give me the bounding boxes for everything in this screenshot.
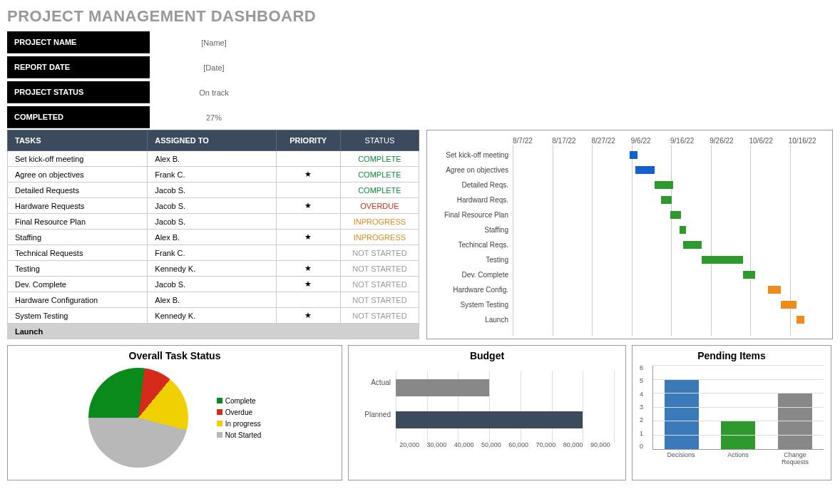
budget-chart: Budget 20,00030,00040,00050,00060,00070,… — [348, 345, 626, 480]
gantt-bar — [630, 151, 637, 159]
axis-tick: 4 — [640, 391, 643, 398]
gantt-bar — [702, 256, 742, 264]
tasks-table: TASKS ASSIGNED TO PRIORITY STATUS Set ki… — [7, 130, 419, 339]
gantt-bar — [670, 211, 681, 219]
axis-tick: 60,000 — [505, 441, 532, 448]
task-priority: ★ — [276, 277, 340, 292]
pending-items-chart: Pending Items 0123456 DecisionsActionsCh… — [632, 345, 831, 480]
task-status: INPROGRESS — [340, 230, 419, 245]
axis-label: Change Requests — [774, 451, 816, 466]
gantt-bar — [768, 286, 781, 294]
task-assigned: Jacob S. — [148, 277, 276, 292]
legend-swatch — [217, 398, 222, 403]
gantt-bar — [655, 181, 674, 189]
gantt-row: Launch — [427, 312, 828, 327]
th-assigned: ASSIGNED TO — [148, 130, 276, 151]
gantt-label: System Testing — [427, 301, 513, 309]
task-status: COMPLETE — [340, 182, 419, 198]
gantt-label: Set kick-off meeting — [427, 151, 513, 159]
gantt-row: Agree on objectives — [427, 163, 828, 178]
gantt-tick: 8/17/22 — [552, 137, 591, 145]
info-value: On track — [150, 88, 278, 97]
task-name: Agree on objectives — [8, 167, 148, 182]
gantt-row: Detailed Reqs. — [427, 178, 828, 192]
task-priority — [276, 245, 340, 261]
gantt-bar — [683, 241, 702, 249]
gantt-label: Detailed Reqs. — [427, 181, 513, 189]
legend-item: Overdue — [217, 408, 262, 416]
gantt-tick: 9/6/22 — [631, 137, 670, 145]
task-assigned: Jacob S. — [148, 214, 276, 230]
gantt-row: System Testing — [427, 297, 828, 312]
table-row: Technical RequestsFrank C.NOT STARTED — [8, 245, 419, 261]
task-priority — [276, 292, 340, 308]
axis-tick: 20,000 — [396, 441, 423, 448]
task-assigned: Frank C. — [148, 245, 276, 261]
gantt-bar — [680, 226, 686, 234]
gantt-row: Hardware Config. — [427, 282, 828, 297]
pending-bar — [665, 380, 699, 450]
task-priority: ★ — [276, 230, 340, 245]
gantt-label: Techincal Reqs. — [427, 241, 513, 249]
legend-label: In progress — [225, 420, 261, 428]
launch-label: Launch — [8, 324, 419, 339]
task-name: Hardware Configuration — [8, 292, 148, 308]
budget-label: Planned — [359, 411, 391, 418]
gantt-label: Dev. Complete — [427, 271, 513, 279]
table-row: Final Resource PlanJacob S.INPROGRESS — [8, 214, 419, 230]
gantt-bar — [797, 316, 804, 324]
axis-label: Decisions — [660, 451, 702, 466]
th-tasks: TASKS — [8, 130, 148, 151]
info-label: PROJECT STATUS — [7, 81, 150, 103]
task-assigned: Frank C. — [148, 167, 276, 182]
legend-item: Not Started — [217, 431, 262, 439]
gantt-tick: 10/16/22 — [789, 137, 828, 145]
gantt-bar — [743, 271, 756, 279]
task-priority — [276, 214, 340, 230]
table-row: Hardware ConfigurationAlex B.NOT STARTED — [8, 292, 419, 308]
gantt-label: Agree on objectives — [427, 166, 513, 174]
task-name: Hardware Requests — [8, 198, 148, 214]
gantt-row: Set kick-off meeting — [427, 148, 828, 163]
gantt-tick: 9/26/22 — [710, 137, 749, 145]
task-status: NOT STARTED — [340, 308, 419, 324]
legend-item: Complete — [217, 397, 262, 405]
table-row: System TestingKennedy K.★NOT STARTED — [8, 308, 419, 324]
axis-label: Actions — [717, 451, 759, 466]
task-priority: ★ — [276, 167, 340, 182]
task-status: OVERDUE — [340, 198, 419, 214]
gantt-label: Hardward Reqs. — [427, 196, 513, 204]
table-row: Set kick-off meetingAlex B.COMPLETE — [8, 151, 419, 167]
axis-tick: 70,000 — [532, 441, 559, 448]
task-assigned: Alex B. — [148, 151, 276, 167]
task-assigned: Alex B. — [148, 292, 276, 308]
axis-tick: 1 — [640, 430, 643, 437]
info-label: PROJECT NAME — [7, 31, 150, 53]
th-priority: PRIORITY — [276, 130, 340, 151]
task-name: Set kick-off meeting — [8, 151, 148, 167]
info-label: REPORT DATE — [7, 56, 150, 78]
chart-title: Overall Task Status — [12, 350, 337, 361]
task-status: NOT STARTED — [340, 245, 419, 261]
legend-label: Overdue — [225, 408, 252, 416]
task-status: NOT STARTED — [340, 292, 419, 308]
task-assigned: Alex B. — [148, 230, 276, 245]
legend-item: In progress — [217, 420, 262, 428]
info-value: [Name] — [150, 38, 278, 47]
chart-title: Pending Items — [637, 350, 826, 361]
legend-label: Not Started — [225, 431, 262, 439]
task-assigned: Kennedy K. — [148, 261, 276, 277]
pie — [88, 368, 188, 468]
legend-swatch — [217, 409, 222, 415]
gantt-bar — [635, 166, 655, 174]
axis-tick: 80,000 — [560, 441, 587, 448]
axis-tick: 40,000 — [451, 441, 478, 448]
gantt-tick: 9/16/22 — [670, 137, 710, 145]
table-row: Detailed RequestsJacob S.COMPLETE — [8, 182, 419, 198]
gantt-label: Testing — [427, 256, 513, 264]
gantt-label: Hardware Config. — [427, 286, 513, 294]
task-priority: ★ — [276, 198, 340, 214]
task-priority — [276, 182, 340, 198]
gantt-row: Dev. Complete — [427, 267, 828, 282]
task-status: NOT STARTED — [340, 261, 419, 277]
